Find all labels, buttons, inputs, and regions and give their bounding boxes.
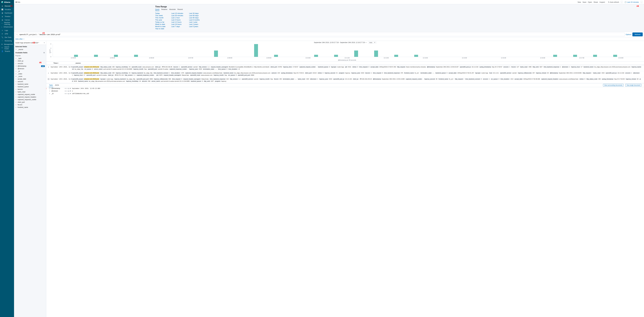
time-column-header[interactable]: Time ▾ xyxy=(54,62,75,64)
field-capturedresponsecookie[interactable]: tcaptured_response_cookieadd xyxy=(14,98,46,101)
quick-range-week-to-date[interactable]: Week to date xyxy=(155,23,166,25)
prev-range-button[interactable]: ‹ xyxy=(620,1,623,3)
sidebar-item-infrastructure[interactable]: ⌂Infrastructure xyxy=(0,25,14,29)
field-capturedrequestcookie[interactable]: tcaptured_request_cookieadd xyxy=(14,93,46,96)
histogram-bar[interactable] xyxy=(573,55,577,57)
search-input[interactable] xyxy=(19,34,624,36)
brand[interactable]: kibana xyxy=(0,0,14,4)
new-button[interactable]: New xyxy=(578,1,581,3)
quick-range-last-1-hour[interactable]: Last 1 hour xyxy=(172,17,183,19)
filter-for-icon[interactable]: ⊕ xyxy=(65,88,66,89)
field-bytesread[interactable]: tbytes_readadd xyxy=(14,91,46,93)
expand-doc-button[interactable]: ▸ xyxy=(48,72,50,74)
histogram-bar[interactable] xyxy=(314,55,318,57)
toggle-column-icon[interactable]: ▤ xyxy=(68,88,69,89)
sidebar-item-search-guard[interactable]: 🛡Search Guard xyxy=(0,46,14,50)
next-range-button[interactable]: › xyxy=(640,1,643,3)
field-settings-icon[interactable]: ⚙ xyxy=(44,52,45,54)
histogram-bar[interactable] xyxy=(74,55,78,57)
histogram-bar[interactable] xyxy=(553,55,557,57)
time-range-tab-recent[interactable]: Recent xyxy=(178,8,183,11)
quick-range-this-month[interactable]: This month xyxy=(155,17,166,19)
toggle-column-icon[interactable]: ▤ xyxy=(68,93,69,95)
detail-tab-json[interactable]: JSON xyxy=(54,84,59,87)
filter-out-icon[interactable]: ⊖ xyxy=(66,90,68,92)
sidebar-item-logs[interactable]: ≡Logs xyxy=(0,29,14,32)
quick-range-year-to-date[interactable]: Year to date xyxy=(155,28,166,30)
field-frontendname[interactable]: tfrontend_nameadd xyxy=(14,106,46,109)
expand-doc-button[interactable]: ▾ xyxy=(48,78,50,80)
histogram-bar[interactable] xyxy=(134,55,138,57)
histogram-bar[interactable] xyxy=(334,55,338,57)
field-backendname[interactable]: tbackend_nameadd xyxy=(14,83,46,85)
quick-range-last-60-days[interactable]: Last 60 days xyxy=(189,15,200,17)
search-options-link[interactable]: Options xyxy=(626,34,632,36)
field-timestamp[interactable]: 🕒@timestampadd xyxy=(14,65,46,67)
field-clientport[interactable]: tclient_portadd xyxy=(14,101,46,104)
field-id[interactable]: t_idadd xyxy=(14,70,46,73)
field-backendqueue[interactable]: tbackend_queueadd xyxy=(14,85,46,88)
quick-range-month-to-date[interactable]: Month to date xyxy=(155,25,166,28)
histogram-bar[interactable] xyxy=(374,51,378,57)
view-single-button[interactable]: View single document xyxy=(625,84,642,87)
view-surrounding-button[interactable]: View surrounding documents xyxy=(603,84,624,87)
quick-range-last-4-hours[interactable]: Last 4 hours xyxy=(172,19,183,21)
auto-refresh-button[interactable]: ↻ Auto-refresh xyxy=(608,1,619,3)
exists-filter-icon[interactable]: ✱ xyxy=(70,88,71,89)
time-range-tab-relative[interactable]: Relative xyxy=(161,8,167,11)
quick-range-last-5-years[interactable]: Last 5 years xyxy=(189,25,200,28)
quick-range-last-6-months[interactable]: Last 6 months xyxy=(189,19,200,21)
sidebar-item-tenants[interactable]: 👤Tenants xyxy=(0,50,14,53)
histogram-bar[interactable] xyxy=(94,55,98,57)
sidebar-item-dev-tools[interactable]: 🔧Dev Tools xyxy=(0,36,14,39)
histogram-bar[interactable] xyxy=(414,55,418,57)
sidebar-item-monitoring[interactable]: ♡Monitoring xyxy=(0,39,14,43)
index-pattern-select[interactable]: router-logs-amazee-com-2018-*▼ xyxy=(14,41,46,45)
inspect-button[interactable]: Inspect xyxy=(600,1,605,3)
interval-select[interactable]: Auto▾ xyxy=(368,41,376,44)
field-add-button[interactable]: add xyxy=(41,65,45,67)
sidebar-item-machine-learning[interactable]: 〰Machine Learning xyxy=(0,22,14,25)
save-button[interactable]: Save xyxy=(582,1,586,3)
field-capturedrequestheaders[interactable]: tcaptured_request_headersadd xyxy=(14,96,46,98)
field-type[interactable]: t_typeadd xyxy=(14,57,46,60)
time-range-dropdown[interactable]: 🕒 Last 15 minutes xyxy=(624,1,639,3)
field-source[interactable]: ?_sourceadd xyxy=(14,48,46,51)
time-range-tab-absolute[interactable]: Absolute xyxy=(169,8,176,11)
sidebar-item-visualize[interactable]: 📊Visualize xyxy=(0,8,14,11)
quick-range-this-year[interactable]: This year xyxy=(155,19,166,21)
field-index[interactable]: t_indexadd xyxy=(14,73,46,75)
detail-tab-table[interactable]: Table xyxy=(49,84,53,87)
field-srvconn[interactable]: tsrvconnadd xyxy=(14,62,46,65)
quick-range-last-30-days[interactable]: Last 30 days xyxy=(189,12,200,15)
sidebar-item-apm[interactable]: ⟳APM xyxy=(0,32,14,36)
sidebar-item-management[interactable]: ⚙Management xyxy=(0,43,14,46)
histogram-bar[interactable] xyxy=(394,55,398,57)
histogram-bar[interactable] xyxy=(613,55,617,57)
histogram-bar[interactable] xyxy=(354,51,358,57)
share-button[interactable]: Share xyxy=(594,1,598,3)
toggle-column-icon[interactable]: ▤ xyxy=(68,90,69,92)
field-version[interactable]: t@versionadd xyxy=(14,67,46,70)
expand-doc-button[interactable]: ▸ xyxy=(48,66,50,68)
field-score[interactable]: #_scoreadd xyxy=(14,75,46,78)
histogram-bar[interactable] xyxy=(254,44,258,57)
quick-range-last-1-year[interactable]: Last 1 year xyxy=(189,21,200,23)
histogram-bar[interactable] xyxy=(114,55,118,57)
filter-out-icon[interactable]: ⊖ xyxy=(66,88,68,89)
filter-for-icon[interactable]: ⊕ xyxy=(65,90,66,92)
histogram-bar[interactable] xyxy=(274,55,278,57)
quick-range-last-12-hours[interactable]: Last 12 hours xyxy=(172,21,183,23)
quick-range-last-30-minutes[interactable]: Last 30 minutes xyxy=(172,15,183,17)
quick-range-today[interactable]: Today xyxy=(155,12,166,15)
exists-filter-icon[interactable]: ✱ xyxy=(70,90,71,92)
sidebar-item-canvas[interactable]: ▥Canvas xyxy=(0,18,14,22)
time-range-tab-quick[interactable]: Quick xyxy=(155,8,160,11)
field-clientip[interactable]: tclient_ipadd xyxy=(14,60,46,62)
refresh-button[interactable]: Refresh xyxy=(632,33,643,36)
sidebar-item-timelion[interactable]: ⧗Timelion xyxy=(0,15,14,18)
sidebar-item-discover[interactable]: ◎Discover xyxy=(0,4,14,8)
filter-for-icon[interactable]: ⊕ xyxy=(65,93,66,95)
quick-range-today-so-far[interactable]: Today so far xyxy=(155,21,166,23)
quick-range-this-week[interactable]: This week xyxy=(155,15,166,17)
